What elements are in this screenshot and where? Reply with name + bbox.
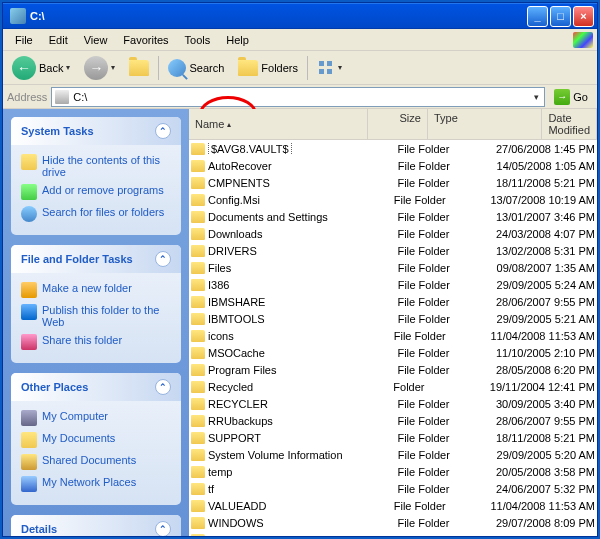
- task-share[interactable]: Share this folder: [21, 331, 171, 353]
- file-row[interactable]: DRIVERSFile Folder13/02/2008 5:31 PM: [189, 242, 597, 259]
- file-date: 13/07/2008 10:19 AM: [490, 194, 595, 206]
- forward-dropdown-icon[interactable]: ▾: [111, 63, 115, 72]
- task-search[interactable]: Search for files or folders: [21, 203, 171, 225]
- file-type: File Folder: [394, 500, 491, 512]
- forward-button[interactable]: → ▾: [79, 53, 120, 83]
- back-button[interactable]: ← Back ▾: [7, 53, 75, 83]
- folder-icon: [191, 398, 205, 410]
- task-hide-contents[interactable]: Hide the contents of this drive: [21, 151, 171, 181]
- address-dropdown-icon[interactable]: ▾: [532, 92, 541, 102]
- col-size[interactable]: Size: [368, 109, 428, 139]
- menu-view[interactable]: View: [76, 31, 116, 49]
- place-my-documents[interactable]: My Documents: [21, 429, 171, 451]
- close-button[interactable]: ×: [573, 6, 594, 27]
- file-row[interactable]: $AVG8.VAULT$File Folder27/06/2008 1:45 P…: [189, 140, 597, 157]
- folder-icon: [191, 500, 205, 512]
- file-folder-tasks-header[interactable]: File and Folder Tasks ⌃: [11, 245, 181, 273]
- file-type: File Folder: [397, 415, 496, 427]
- forward-arrow-icon: →: [84, 56, 108, 80]
- menu-help[interactable]: Help: [218, 31, 257, 49]
- drive-icon: [10, 8, 26, 24]
- system-tasks-header[interactable]: System Tasks ⌃: [11, 117, 181, 145]
- file-row[interactable]: tempFile Folder20/05/2008 3:58 PM: [189, 463, 597, 480]
- file-date: 13/02/2008 5:31 PM: [496, 245, 595, 257]
- windows-logo-icon: [573, 32, 593, 48]
- shared-docs-icon: [21, 454, 37, 470]
- views-button[interactable]: ▾: [312, 56, 347, 80]
- folder-icon: [191, 330, 205, 342]
- column-headers: Name▴ Size Type Date Modified: [189, 109, 597, 140]
- file-row[interactable]: MSOCacheFile Folder11/10/2005 2:10 PM: [189, 344, 597, 361]
- menu-favorites[interactable]: Favorites: [115, 31, 176, 49]
- task-add-remove[interactable]: Add or remove programs: [21, 181, 171, 203]
- col-type[interactable]: Type: [428, 109, 542, 139]
- file-row[interactable]: WINDOWSFile Folder29/07/2008 8:09 PM: [189, 514, 597, 531]
- file-row[interactable]: tfFile Folder24/06/2007 5:32 PM: [189, 480, 597, 497]
- task-publish[interactable]: Publish this folder to the Web: [21, 301, 171, 331]
- collapse-icon: ⌃: [155, 123, 171, 139]
- file-date: 29/07/2008 8:09 PM: [496, 517, 595, 529]
- file-name: Downloads: [208, 228, 262, 240]
- up-button[interactable]: [124, 57, 154, 79]
- file-row[interactable]: Program FilesFile Folder28/05/2008 6:20 …: [189, 361, 597, 378]
- views-dropdown-icon[interactable]: ▾: [338, 63, 342, 72]
- task-new-folder[interactable]: Make a new folder: [21, 279, 171, 301]
- file-type: File Folder: [398, 279, 497, 291]
- menubar: File Edit View Favorites Tools Help: [3, 29, 597, 51]
- address-input[interactable]: C:\ ▾: [51, 87, 545, 107]
- file-row[interactable]: System Volume InformationFile Folder29/0…: [189, 446, 597, 463]
- col-date[interactable]: Date Modified: [542, 109, 597, 139]
- back-dropdown-icon[interactable]: ▾: [66, 63, 70, 72]
- file-type: File Folder: [398, 262, 497, 274]
- file-row[interactable]: FilesFile Folder09/08/2007 1:35 AM: [189, 259, 597, 276]
- file-row[interactable]: VALUEADDFile Folder11/04/2008 11:53 AM: [189, 497, 597, 514]
- file-row[interactable]: SUPPORTFile Folder18/11/2008 5:21 PM: [189, 429, 597, 446]
- file-type: File Folder: [397, 245, 496, 257]
- file-type: File Folder: [397, 228, 496, 240]
- file-row[interactable]: RECYCLERFile Folder30/09/2005 3:40 PM: [189, 395, 597, 412]
- file-type: File Folder: [398, 160, 497, 172]
- folder-icon: [191, 347, 205, 359]
- file-row[interactable]: RRUbackupsFile Folder28/06/2007 9:55 PM: [189, 412, 597, 429]
- col-name[interactable]: Name▴: [189, 109, 368, 139]
- place-network-places[interactable]: My Network Places: [21, 473, 171, 495]
- file-date: 19/11/2004 12:41 PM: [490, 381, 595, 393]
- menu-edit[interactable]: Edit: [41, 31, 76, 49]
- place-shared-documents[interactable]: Shared Documents: [21, 451, 171, 473]
- search-button[interactable]: Search: [163, 56, 229, 80]
- file-row[interactable]: RecycledFolder19/11/2004 12:41 PM: [189, 378, 597, 395]
- file-row[interactable]: Documents and SettingsFile Folder13/01/2…: [189, 208, 597, 225]
- menu-tools[interactable]: Tools: [177, 31, 219, 49]
- file-type: File Folder: [394, 330, 491, 342]
- other-places-header[interactable]: Other Places ⌃: [11, 373, 181, 401]
- maximize-button[interactable]: □: [550, 6, 571, 27]
- file-row[interactable]: CMPNENTSFile Folder18/11/2008 5:21 PM: [189, 174, 597, 191]
- file-date: 27/06/2008 1:45 PM: [496, 143, 595, 155]
- file-row[interactable]: IBMSHAREFile Folder28/06/2007 9:55 PM: [189, 293, 597, 310]
- minimize-button[interactable]: _: [527, 6, 548, 27]
- file-row[interactable]: I386File Folder29/09/2005 5:24 AM: [189, 276, 597, 293]
- file-list[interactable]: Name▴ Size Type Date Modified $AVG8.VAUL…: [189, 109, 597, 536]
- file-row[interactable]: DownloadsFile Folder24/03/2008 4:07 PM: [189, 225, 597, 242]
- file-date: 28/05/2008 6:20 PM: [496, 364, 595, 376]
- details-header[interactable]: Details ⌃: [11, 515, 181, 536]
- folder-icon: [191, 313, 205, 325]
- place-my-computer[interactable]: My Computer: [21, 407, 171, 429]
- back-label: Back: [39, 62, 63, 74]
- file-name: Files: [208, 262, 231, 274]
- menu-file[interactable]: File: [7, 31, 41, 49]
- file-type: File Folder: [398, 449, 497, 461]
- file-type: File Folder: [397, 347, 496, 359]
- folders-button[interactable]: Folders: [233, 57, 303, 79]
- system-tasks-title: System Tasks: [21, 125, 94, 137]
- file-date: 28/06/2007 9:55 PM: [496, 415, 595, 427]
- file-row[interactable]: AutoRecoverFile Folder14/05/2008 1:05 AM: [189, 157, 597, 174]
- file-row[interactable]: iconsFile Folder11/04/2008 11:53 AM: [189, 327, 597, 344]
- file-row[interactable]: xpFile Folder14/07/2008 12:25 AM: [189, 531, 597, 536]
- file-row[interactable]: Config.MsiFile Folder13/07/2008 10:19 AM: [189, 191, 597, 208]
- file-type: File Folder: [398, 313, 497, 325]
- file-row[interactable]: IBMTOOLSFile Folder29/09/2005 5:21 AM: [189, 310, 597, 327]
- file-folder-tasks-panel: File and Folder Tasks ⌃ Make a new folde…: [11, 245, 181, 363]
- file-date: 20/05/2008 3:58 PM: [496, 466, 595, 478]
- go-button[interactable]: → Go: [549, 87, 593, 107]
